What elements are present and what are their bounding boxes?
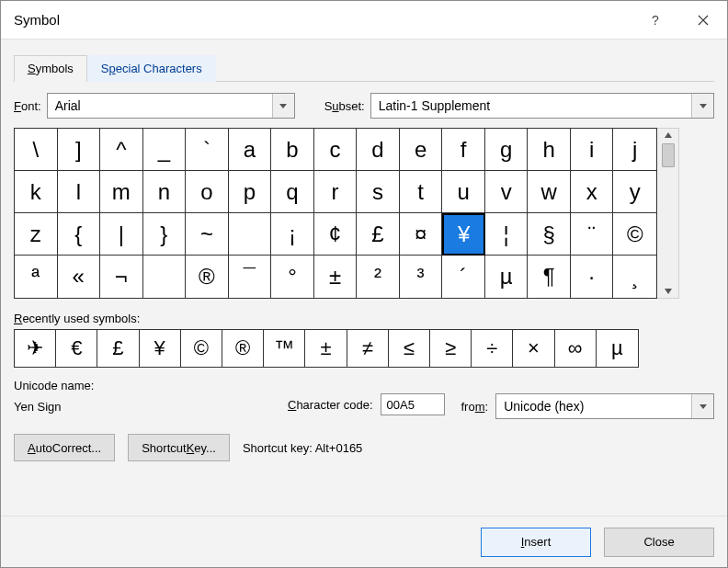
symbol-cell[interactable]: a [229, 129, 272, 171]
help-button[interactable]: ? [631, 1, 679, 40]
recent-cell[interactable]: ≥ [430, 330, 472, 367]
grid-scrollbar[interactable] [657, 128, 679, 299]
symbol-cell[interactable]: j [613, 129, 656, 171]
symbol-cell[interactable]: } [143, 213, 187, 256]
symbol-cell[interactable]: § [528, 213, 571, 256]
symbol-cell[interactable]: ª [15, 256, 58, 298]
symbol-cell[interactable]: ± [314, 256, 358, 298]
symbol-cell[interactable]: v [485, 171, 529, 213]
shortcut-key-button[interactable]: Shortcut Key... [128, 434, 230, 461]
symbol-cell[interactable]: µ [485, 256, 529, 298]
symbol-cell[interactable]: ¨ [571, 213, 614, 256]
symbol-cell[interactable]: s [357, 171, 400, 213]
recent-cell[interactable]: ≠ [347, 330, 389, 367]
symbol-cell[interactable]: i [571, 129, 614, 171]
symbol-cell[interactable]: « [58, 256, 101, 298]
symbol-cell[interactable]: n [143, 171, 187, 213]
recent-cell[interactable]: ✈ [15, 330, 56, 367]
symbol-cell[interactable]: ­ [143, 256, 187, 298]
symbol-cell[interactable]: l [58, 171, 101, 213]
recent-cell[interactable]: € [56, 330, 97, 367]
subset-combo[interactable]: Latin-1 Supplement [370, 93, 714, 119]
window-title: Symbol [14, 12, 60, 28]
symbol-cell[interactable]: g [485, 129, 529, 171]
symbol-cell[interactable]: ¡ [271, 213, 314, 256]
symbol-cell[interactable]: { [58, 213, 101, 256]
symbol-cell[interactable]: £ [357, 213, 400, 256]
chevron-down-icon[interactable] [691, 394, 713, 418]
symbol-cell[interactable]: y [613, 171, 656, 213]
charcode-input[interactable] [381, 393, 445, 415]
symbol-cell[interactable]: ~ [186, 213, 229, 256]
symbol-cell[interactable]: © [613, 213, 656, 256]
symbol-cell[interactable]: ` [186, 129, 229, 171]
symbol-cell[interactable]: w [528, 171, 571, 213]
symbol-cell[interactable]: m [100, 171, 143, 213]
recent-cell[interactable]: µ [597, 330, 638, 367]
symbol-cell[interactable]: | [100, 213, 143, 256]
recent-cell[interactable]: ¥ [140, 330, 181, 367]
insert-button[interactable]: Insert [481, 528, 591, 557]
symbol-cell[interactable]: f [442, 129, 485, 171]
symbol-cell[interactable]: o [186, 171, 229, 213]
font-combo[interactable]: Arial [47, 93, 295, 119]
symbol-cell[interactable]: e [400, 129, 443, 171]
symbol-cell[interactable]: t [400, 171, 443, 213]
symbol-cell[interactable]: ¦ [485, 213, 529, 256]
symbol-dialog: Symbol ? Symbols Special Characters Font… [0, 0, 728, 568]
recent-grid[interactable]: ✈€£¥©®™±≠≤≥÷×∞µ [14, 329, 639, 368]
recent-cell[interactable]: ∞ [555, 330, 597, 367]
symbol-cell[interactable]: ¶ [528, 256, 571, 298]
symbol-cell[interactable]: · [571, 256, 614, 298]
symbol-cell[interactable]: r [314, 171, 358, 213]
symbol-cell[interactable]: q [271, 171, 314, 213]
recent-cell[interactable]: ™ [264, 330, 305, 367]
symbol-cell[interactable]: ¸ [613, 256, 656, 298]
subset-value: Latin-1 Supplement [371, 98, 691, 113]
symbol-cell[interactable]: x [571, 171, 614, 213]
symbol-cell[interactable]: b [271, 129, 314, 171]
autocorrect-button[interactable]: AutoCorrect... [14, 434, 115, 461]
close-icon[interactable] [679, 1, 727, 40]
symbol-cell[interactable]: ] [58, 129, 101, 171]
scroll-up-icon[interactable] [665, 132, 672, 138]
recent-cell[interactable]: ÷ [472, 330, 513, 367]
symbol-cell[interactable]: ® [186, 256, 229, 298]
symbol-cell[interactable]: \ [15, 129, 58, 171]
symbol-cell[interactable]: ¤ [400, 213, 443, 256]
symbol-cell[interactable]: k [15, 171, 58, 213]
chevron-down-icon[interactable] [691, 94, 713, 118]
chevron-down-icon[interactable] [272, 94, 294, 118]
close-button[interactable]: Close [604, 528, 714, 557]
from-combo[interactable]: Unicode (hex) [495, 393, 714, 419]
tab-special-characters[interactable]: Special Characters [87, 55, 216, 82]
symbol-cell[interactable]: _ [143, 129, 187, 171]
scroll-thumb[interactable] [662, 143, 675, 167]
scroll-down-icon[interactable] [665, 289, 672, 294]
symbol-cell[interactable]: ³ [400, 256, 443, 298]
recent-cell[interactable]: © [181, 330, 222, 367]
symbol-cell[interactable]: c [314, 129, 358, 171]
recent-cell[interactable]: ± [305, 330, 347, 367]
symbol-cell[interactable]: ¬ [100, 256, 143, 298]
recent-cell[interactable]: × [513, 330, 554, 367]
symbol-cell[interactable]: ¢ [314, 213, 358, 256]
symbol-cell[interactable]: z [15, 213, 58, 256]
symbol-cell[interactable] [229, 213, 272, 256]
symbol-cell[interactable]: ´ [442, 256, 485, 298]
symbol-cell[interactable]: u [442, 171, 485, 213]
symbol-cell[interactable]: ² [357, 256, 400, 298]
symbol-cell[interactable]: ¥ [442, 213, 485, 256]
symbol-cell[interactable]: h [528, 129, 571, 171]
tab-bar: Symbols Special Characters [14, 54, 714, 82]
recent-cell[interactable]: ® [222, 330, 264, 367]
symbol-cell[interactable]: p [229, 171, 272, 213]
tab-symbols[interactable]: Symbols [14, 55, 87, 82]
symbol-cell[interactable]: ¯ [229, 256, 272, 298]
symbol-cell[interactable]: ° [271, 256, 314, 298]
recent-cell[interactable]: ≤ [389, 330, 430, 367]
symbol-cell[interactable]: ^ [100, 129, 143, 171]
recent-cell[interactable]: £ [97, 330, 139, 367]
symbol-grid[interactable]: \]^_`abcdefghijklmnopqrstuvwxyz{|}~¡¢£¤¥… [14, 128, 657, 299]
symbol-cell[interactable]: d [357, 129, 400, 171]
